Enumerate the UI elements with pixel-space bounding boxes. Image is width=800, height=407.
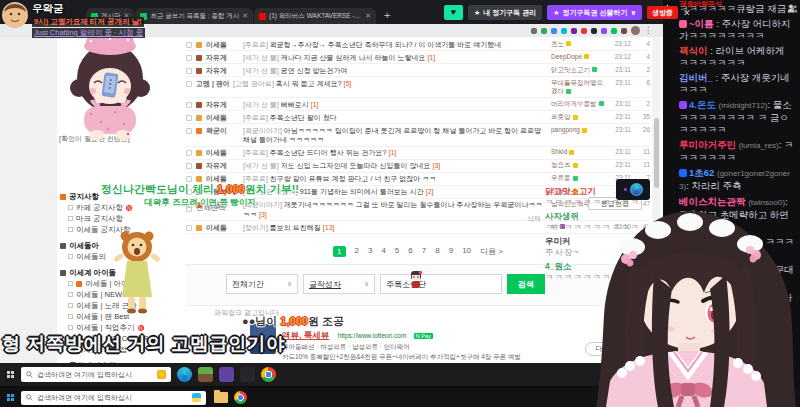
browser-tab[interactable]: 최근 글쓰기 목록들 : 종합 게시 ✕	[135, 8, 253, 24]
next-page-link[interactable]: 다음 >	[480, 246, 503, 257]
board-row[interactable]: 이세돌 [주르르] 주폭소년단 드디어 행사 뛰는 건가요?[1] Shkid …	[186, 147, 650, 160]
delete-label[interactable]: 삭제	[527, 214, 541, 224]
row-checkbox[interactable]	[186, 176, 192, 182]
row-title[interactable]: [세가 선 물] 공연 신청 받는건가여	[243, 66, 547, 75]
page-number[interactable]: 1	[333, 246, 345, 257]
page-number[interactable]: 5	[395, 246, 399, 257]
menu-dots-icon[interactable]: ⋮	[644, 26, 653, 35]
purple-app-icon[interactable]	[219, 367, 234, 382]
row-title[interactable]: [왁굳이야기] 아님ㅋㅋㅋㅋㅋ 팀이팀이 준내 웃긴게 르르땅이 형 채널 들어…	[243, 126, 547, 144]
row-checkbox[interactable]	[186, 68, 192, 74]
board-row[interactable]: 자유게 [세가 선 물] 저도 신입 느그자인데 오늘따라 신입들이 많네요[3…	[186, 160, 650, 173]
extension-icon[interactable]	[591, 28, 597, 34]
page-number[interactable]: 2	[355, 246, 359, 257]
chat-username[interactable]: 끡식이	[679, 45, 708, 56]
page-number[interactable]: 10	[462, 246, 471, 257]
chat-username[interactable]: 1초62	[689, 167, 714, 178]
page-number[interactable]: 3	[368, 246, 372, 257]
row-category[interactable]: 이세돌	[206, 148, 239, 157]
dark-app-icon[interactable]	[240, 367, 255, 382]
extension-icon[interactable]	[621, 28, 627, 34]
os-taskbar-search[interactable]: 검색하려면 여기에 입력하십시	[21, 391, 206, 405]
row-category[interactable]: 고멤 | 팬아트	[196, 79, 229, 88]
row-author[interactable]: pangpong	[551, 126, 607, 134]
row-author[interactable]: DeepDope	[551, 53, 607, 61]
minecraft-icon[interactable]	[198, 367, 213, 382]
page-number[interactable]: 6	[408, 246, 412, 257]
chrome-icon[interactable]	[234, 391, 247, 404]
extension-icon[interactable]	[601, 28, 607, 34]
board-row[interactable]: 이세돌 [주르르] 주폭소년단 팔이 첬다 르릇앙 23:11 35	[186, 111, 650, 124]
board-row[interactable]: 자유게 [세가 선 물] 삐삐로시[1] 머리아게부릉발 23:11 2	[186, 98, 650, 111]
row-title[interactable]: [주르르] 주폭소년단 팔이 첬다	[243, 113, 547, 122]
tab-close-icon[interactable]: ✕	[242, 12, 248, 20]
row-title[interactable]: [고멤 팬아트] 혹시 뭐 듣고 계세요?[5]	[233, 79, 547, 88]
profile-avatar[interactable]	[631, 26, 640, 35]
board-row[interactable]: 이세돌 [주르르] 왁굳형→주사장→ 주폭소년단 축하무대 되나? / 이 이색…	[186, 38, 650, 51]
row-title[interactable]: [주르르] 주폭소년단 드디어 행사 뛰는 건가요?[1]	[243, 148, 547, 157]
row-author[interactable]: 무대틀뮤집어떻으겠다	[551, 79, 607, 96]
manage-subscription-button[interactable]: ★내 정기구독 관리	[468, 5, 542, 20]
row-category[interactable]: 이세돌	[206, 113, 239, 122]
streamer-name[interactable]: 우왁굳	[32, 2, 145, 16]
row-checkbox[interactable]	[186, 225, 192, 231]
row-author[interactable]: 르릇앙	[551, 113, 607, 121]
row-checkbox[interactable]	[186, 128, 192, 134]
row-title[interactable]: [세가 선 물] 저도 신입 느그자인데 오늘따라 신입들이 많네요[3]	[243, 161, 547, 170]
gift-subscription-button[interactable]: ★정기구독권 선물하기∨	[547, 5, 642, 20]
viewer-list-icon[interactable]	[787, 3, 798, 14]
row-category[interactable]: 자유게	[206, 53, 239, 62]
extension-icon[interactable]	[611, 28, 617, 34]
file-explorer-icon[interactable]	[214, 392, 228, 403]
page-number[interactable]: 4	[381, 246, 385, 257]
row-category[interactable]: 자유게	[206, 161, 239, 170]
chat-username[interactable]: 김비버_	[679, 72, 713, 83]
row-author[interactable]: Shkid	[551, 148, 607, 156]
sidebar-item[interactable]: 마크 공지사항 N	[60, 213, 182, 224]
row-checkbox[interactable]	[186, 81, 192, 87]
ad-url[interactable]: https://www.lotteon.com	[338, 332, 407, 339]
search-button[interactable]: 검색	[507, 274, 545, 294]
row-category[interactable]: 이세돌	[206, 40, 239, 49]
tab-close-icon[interactable]: ✕	[365, 12, 371, 20]
heart-button[interactable]: ♥	[444, 5, 463, 20]
row-category[interactable]: 자유게	[206, 66, 239, 75]
close-icon[interactable]: ✕	[683, 8, 691, 18]
period-select[interactable]: 전체기간∨	[226, 274, 298, 294]
page-scrollbar-thumb[interactable]	[654, 118, 659, 188]
extension-icon[interactable]	[531, 28, 537, 34]
row-category[interactable]: 왁굳이	[206, 126, 239, 135]
row-checkbox[interactable]	[186, 102, 192, 108]
row-title[interactable]: [정버거] 룸보의 트친해질[13]	[243, 223, 547, 232]
edge-icon[interactable]	[177, 367, 192, 382]
search-input[interactable]	[380, 274, 502, 294]
row-title[interactable]: [주르르] 친구랑 같이 유튜브 계정 판다고 / 너 친구 없잖아 ㅋㅋ	[243, 174, 547, 183]
row-author[interactable]: 우류릉	[551, 174, 607, 182]
board-row[interactable]: 자유게 [세가 선 물] 공연 신청 받는건가여 닭고맛소고기 23:11 2	[186, 64, 650, 77]
windows-start-icon[interactable]	[7, 371, 14, 378]
extension-icon[interactable]	[541, 28, 547, 34]
weather-icon[interactable]	[157, 370, 166, 379]
row-title[interactable]: [세가 선 물] 캐나다 지금 산불 심하게 나서 하늘이 노랗네요[1]	[243, 53, 547, 62]
streamer-avatar[interactable]	[2, 2, 28, 28]
board-row[interactable]: 자유게 [세가 선 물] 캐나다 지금 산불 심하게 나서 하늘이 노랗네요[1…	[186, 51, 650, 64]
beach-weather-icon[interactable]	[192, 393, 201, 402]
row-author[interactable]: 닭고맛소고기	[551, 66, 607, 74]
chat-username[interactable]: 루미아거주민	[679, 139, 736, 150]
row-checkbox[interactable]	[186, 55, 192, 61]
chat-username[interactable]: ~이름	[689, 18, 714, 29]
chat-username[interactable]: 4.온도	[689, 99, 716, 110]
extension-icon[interactable]	[581, 28, 587, 34]
page-number[interactable]: 9	[449, 246, 453, 257]
row-author[interactable]: 츠노	[551, 40, 607, 48]
row-checkbox[interactable]	[186, 115, 192, 121]
browser-tab[interactable]: (1) 왁타버스 WAKTAVERSE - Yo ✕	[254, 8, 376, 24]
row-checkbox[interactable]	[186, 42, 192, 48]
field-select[interactable]: 글작성자∨	[303, 274, 375, 294]
extension-icon[interactable]	[561, 28, 567, 34]
chrome-icon[interactable]	[261, 367, 276, 382]
extension-icon[interactable]	[571, 28, 577, 34]
row-title[interactable]: [세가 선 물] 삐삐로시[1]	[243, 100, 547, 109]
board-row[interactable]: 고멤 | 팬아트 [고멤 팬아트] 혹시 뭐 듣고 계세요?[5] 무대틀뮤집어…	[186, 77, 650, 98]
taskbar-search[interactable]: 검색하려면 여기에 입력하십시	[21, 367, 171, 382]
